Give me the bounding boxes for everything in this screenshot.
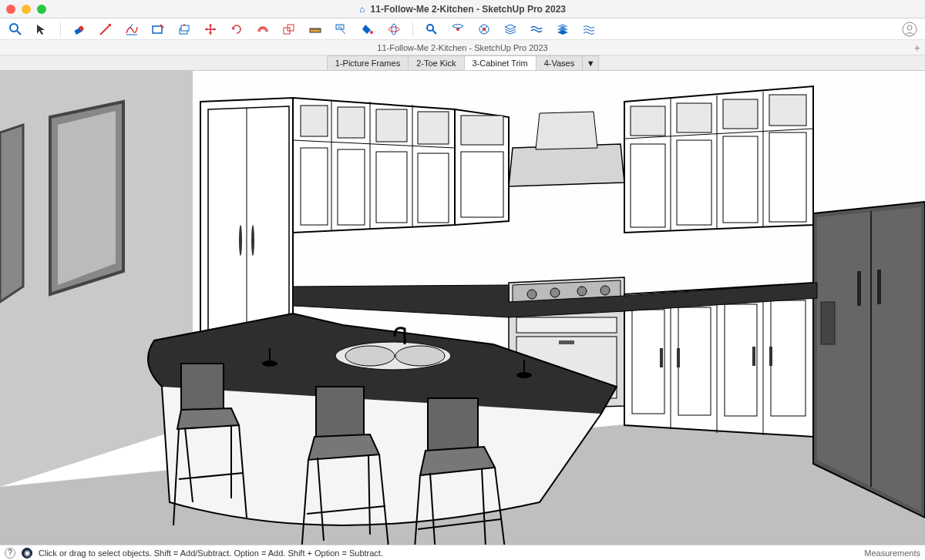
svg-rect-58 <box>723 99 758 129</box>
svg-marker-25 <box>0 125 23 302</box>
svg-point-13 <box>388 27 399 32</box>
window-titlebar: ⌂ 11-Follow-Me 2-Kitchen - SketchUp Pro … <box>0 0 925 18</box>
move-tool-icon[interactable] <box>203 22 218 37</box>
svg-point-72 <box>527 290 536 299</box>
svg-point-21 <box>907 25 912 30</box>
svg-rect-88 <box>677 348 680 367</box>
measurements-label: Measurements <box>864 548 920 558</box>
svg-rect-78 <box>559 340 574 344</box>
svg-marker-27 <box>58 111 116 285</box>
scale-tool-icon[interactable] <box>281 22 297 37</box>
window-title: 11-Follow-Me 2-Kitchen - SketchUp Pro 20… <box>371 4 566 15</box>
offset-tool-icon[interactable] <box>255 22 271 37</box>
svg-rect-106 <box>316 387 364 437</box>
svg-point-94 <box>395 346 445 366</box>
svg-point-73 <box>550 288 560 297</box>
status-bar: ? ◉ Click or drag to select objects. Shi… <box>0 545 925 560</box>
svg-rect-47 <box>461 116 503 145</box>
svg-rect-68 <box>857 271 861 306</box>
svg-rect-113 <box>428 398 478 451</box>
help-button[interactable]: ? <box>5 548 15 558</box>
window-close-button[interactable] <box>6 5 15 14</box>
styles-tool-icon[interactable] <box>529 22 544 37</box>
svg-rect-41 <box>418 112 449 144</box>
push-pull-tool-icon[interactable] <box>177 22 192 37</box>
section-tool-icon[interactable] <box>476 22 492 37</box>
svg-marker-49 <box>509 144 624 186</box>
search-tool-icon[interactable] <box>8 22 23 37</box>
rotate-tool-icon[interactable] <box>229 22 244 37</box>
svg-rect-56 <box>631 106 665 136</box>
svg-point-31 <box>239 225 242 256</box>
layers-tool-icon[interactable] <box>503 22 518 37</box>
select-tool-icon[interactable] <box>34 22 49 37</box>
geo-button[interactable]: ◉ <box>22 548 32 558</box>
tape-measure-tool-icon[interactable] <box>308 22 323 37</box>
eraser-tool-icon[interactable] <box>72 22 87 37</box>
svg-rect-4 <box>153 26 162 33</box>
status-hint: Click or drag to select objects. Shift =… <box>39 548 383 558</box>
svg-point-15 <box>427 25 433 31</box>
svg-marker-65 <box>817 207 921 511</box>
text-tool-icon[interactable]: A1 <box>334 22 349 37</box>
svg-point-32 <box>251 225 254 256</box>
svg-rect-57 <box>677 103 711 132</box>
orbit-tool-icon[interactable] <box>386 22 402 37</box>
svg-point-20 <box>903 22 917 36</box>
svg-rect-38 <box>301 106 328 136</box>
model-viewport[interactable] <box>0 71 925 545</box>
window-minimize-button[interactable] <box>22 5 31 14</box>
svg-point-75 <box>600 286 610 295</box>
tags-tool-icon[interactable] <box>555 22 570 37</box>
main-toolbar: A1 <box>0 18 925 40</box>
scene-tab-picture-frames[interactable]: 1-Picture Frames <box>327 55 409 70</box>
scene-tab-cabinet-trim[interactable]: 3-Cabinet Trim <box>464 55 536 70</box>
svg-rect-6 <box>181 25 189 31</box>
scene-tab-dropdown[interactable]: ▼ <box>582 55 599 70</box>
svg-marker-50 <box>536 112 597 149</box>
scene-tab-toe-kick[interactable]: 2-Toe Kick <box>408 55 464 70</box>
svg-rect-99 <box>181 364 224 410</box>
svg-point-74 <box>577 287 587 296</box>
svg-line-1 <box>17 31 21 35</box>
svg-rect-67 <box>821 302 835 344</box>
svg-point-12 <box>370 31 373 34</box>
svg-line-16 <box>432 30 436 34</box>
line-tool-icon[interactable] <box>98 22 113 37</box>
zoom-extents-tool-icon[interactable] <box>450 22 466 37</box>
svg-rect-40 <box>376 109 407 142</box>
svg-point-19 <box>483 28 486 31</box>
svg-rect-87 <box>660 348 663 367</box>
svg-rect-59 <box>769 95 806 126</box>
svg-rect-76 <box>516 317 617 333</box>
svg-text:A1: A1 <box>338 25 342 29</box>
outliner-tool-icon[interactable] <box>581 22 597 37</box>
document-subtitle-bar: 11-Follow-Me 2-Kitchen - SketchUp Pro 20… <box>0 40 925 55</box>
scene-tabs: 1-Picture Frames 2-Toe Kick 3-Cabinet Tr… <box>0 55 925 71</box>
traffic-lights <box>6 5 46 14</box>
account-icon[interactable] <box>902 22 917 37</box>
rectangle-tool-icon[interactable] <box>150 22 166 37</box>
pan-tool-icon[interactable] <box>424 22 439 37</box>
window-zoom-button[interactable] <box>37 5 46 14</box>
svg-point-93 <box>345 346 395 366</box>
app-logo-icon: ⌂ <box>359 4 365 15</box>
svg-rect-39 <box>338 107 365 138</box>
svg-rect-89 <box>752 347 755 366</box>
svg-point-14 <box>392 24 396 35</box>
paint-bucket-tool-icon[interactable] <box>360 22 375 37</box>
svg-rect-90 <box>769 347 772 366</box>
freehand-tool-icon[interactable] <box>124 22 140 37</box>
svg-marker-100 <box>177 408 239 429</box>
svg-point-0 <box>10 24 18 32</box>
add-scene-button[interactable]: + <box>914 42 920 54</box>
scene-tab-vases[interactable]: 4-Vases <box>536 55 584 70</box>
svg-rect-69 <box>877 270 881 304</box>
document-subtitle: 11-Follow-Me 2-Kitchen - SketchUp Pro 20… <box>377 43 547 52</box>
